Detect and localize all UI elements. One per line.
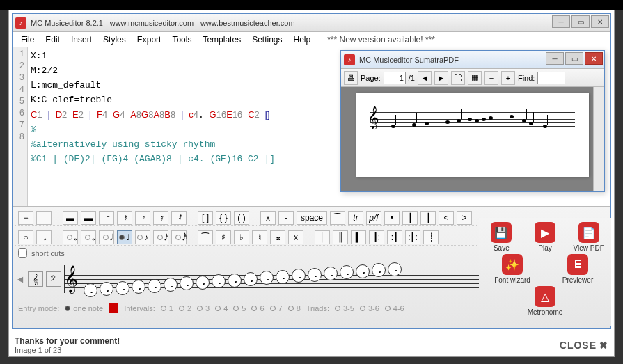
bracket-square[interactable]: [ ] xyxy=(198,211,213,225)
fit-width-icon[interactable]: ⛶ xyxy=(451,71,465,85)
staff-note-17[interactable]: 𝅘 xyxy=(356,264,370,278)
minimize-button[interactable]: ─ xyxy=(552,15,570,28)
triad-35[interactable]: 3-5 xyxy=(335,304,354,312)
staff-note-14[interactable]: 𝅘 xyxy=(308,268,322,282)
tool-decresc[interactable]: > xyxy=(457,211,472,225)
tool-barline-end[interactable]: ┃ xyxy=(420,211,436,225)
staff-note-18[interactable]: 𝅘 xyxy=(372,263,386,277)
new-version-notice[interactable]: *** New version available! *** xyxy=(322,33,441,46)
font-wizard-button[interactable]: ✨Font wizard xyxy=(493,254,532,285)
staff-note-15[interactable]: 𝅘 xyxy=(324,267,338,280)
staff-note-4[interactable]: 𝅘 xyxy=(148,279,161,293)
tool-repeat-end[interactable]: :┃ xyxy=(387,230,402,244)
zoom-in-icon[interactable]: + xyxy=(501,71,515,85)
note-quarter[interactable]: ♩ xyxy=(117,230,132,244)
next-page-icon[interactable]: ► xyxy=(434,71,448,85)
staff-note-7[interactable]: 𝅘 xyxy=(196,276,210,290)
tool-tr[interactable]: tr xyxy=(348,211,363,225)
tool-barline[interactable]: │ xyxy=(315,230,330,244)
staff-note-9[interactable]: 𝅘 xyxy=(228,274,242,287)
tool-minus[interactable]: − xyxy=(18,211,33,225)
tool-half-note-small[interactable]: 𝅗 xyxy=(36,230,52,244)
tool-slur[interactable]: ⁀ xyxy=(330,211,345,225)
menu-edit[interactable]: Edit xyxy=(40,33,65,46)
rest-eighth[interactable]: 𝄾 xyxy=(135,211,150,225)
rest-double-whole[interactable]: ▬ xyxy=(63,211,78,225)
prev-page-icon[interactable]: ◄ xyxy=(418,71,432,85)
interval-4[interactable]: 4 xyxy=(215,304,228,312)
tool-x[interactable]: x xyxy=(260,211,276,225)
pdf-scrollbar[interactable] xyxy=(593,87,604,191)
tool-repeat-both[interactable]: :┃: xyxy=(405,230,420,244)
pdf-minimize-button[interactable]: ─ xyxy=(546,52,564,65)
menu-insert[interactable]: Insert xyxy=(65,33,97,46)
rest-32nd[interactable]: 𝅀 xyxy=(171,211,187,225)
menu-help[interactable]: Help xyxy=(288,33,317,46)
rest-sixteenth[interactable]: 𝄿 xyxy=(153,211,168,225)
pdf-maximize-button[interactable]: ▭ xyxy=(565,52,583,65)
menu-styles[interactable]: Styles xyxy=(97,33,132,46)
tool-sharp[interactable]: ♯ xyxy=(216,230,231,244)
staff-note-13[interactable]: 𝅘 xyxy=(292,269,306,283)
short-cuts-checkbox[interactable] xyxy=(18,248,27,258)
staff-note-8[interactable]: 𝅘 xyxy=(212,274,226,288)
tool-dash[interactable]: - xyxy=(278,211,294,225)
staff-note-19[interactable]: 𝅘 xyxy=(388,262,402,276)
tool-barline-start[interactable]: ┃ xyxy=(402,211,418,225)
tool-x2[interactable]: x xyxy=(288,230,303,244)
staff-note-3[interactable]: 𝅘 xyxy=(132,280,145,294)
tool-final-barline[interactable]: ▌ xyxy=(351,230,366,244)
tool-dotted-bar[interactable]: ┊ xyxy=(423,230,439,244)
interval-2[interactable]: 2 xyxy=(179,304,191,312)
note-sixteenth[interactable]: 𝅘𝅥𝅯 xyxy=(153,230,168,244)
rest-quarter[interactable]: 𝄽 xyxy=(117,211,132,225)
tool-dot[interactable]: • xyxy=(384,211,400,225)
tool-whole-note-small[interactable]: ○ xyxy=(18,230,33,244)
menu-file[interactable]: File xyxy=(15,33,40,46)
entry-one-note[interactable]: one note xyxy=(65,304,103,312)
zoom-out-icon[interactable]: − xyxy=(484,71,498,85)
chevron-left-icon[interactable]: ◄ xyxy=(15,274,25,285)
interval-3[interactable]: 3 xyxy=(197,304,210,312)
view-pdf-button[interactable]: 📄View PDF xyxy=(569,222,608,253)
tool-cresc[interactable]: < xyxy=(439,211,454,225)
tool-tie[interactable]: ⁀ xyxy=(198,230,213,244)
save-button[interactable]: 💾Save xyxy=(482,222,521,253)
staff-note-10[interactable]: 𝅘 xyxy=(244,272,258,286)
tool-blank[interactable] xyxy=(36,211,52,225)
pdf-viewport[interactable]: 𝄞 xyxy=(341,87,604,191)
bracket-round[interactable]: ( ) xyxy=(234,211,249,225)
note-whole[interactable]: 𝅝 xyxy=(81,230,96,244)
interval-5[interactable]: 5 xyxy=(233,304,246,312)
bass-clef-button[interactable]: 𝄢 xyxy=(46,271,61,287)
staff-note-5[interactable]: 𝅘 xyxy=(164,278,178,292)
print-icon[interactable]: 🖶 xyxy=(344,71,358,85)
interval-6[interactable]: 6 xyxy=(251,304,264,312)
menu-tools[interactable]: Tools xyxy=(166,33,197,46)
close-button[interactable]: ✕ xyxy=(591,15,609,28)
note-double-whole[interactable]: 𝅝 xyxy=(63,230,78,244)
staff-note-12[interactable]: 𝅘 xyxy=(276,270,290,284)
note-eighth[interactable]: ♪ xyxy=(135,230,150,244)
previewer-button[interactable]: 🖥Previewer xyxy=(558,254,597,285)
tool-natural[interactable]: ♮ xyxy=(252,230,267,244)
note-32nd[interactable]: 𝅘𝅥𝅰 xyxy=(171,230,187,244)
staff-note-1[interactable]: 𝅘 xyxy=(100,282,113,296)
tool-space[interactable]: space xyxy=(297,211,327,225)
find-input[interactable] xyxy=(537,72,565,84)
maximize-button[interactable]: ▭ xyxy=(571,15,590,28)
staff-note-2[interactable]: 𝅘 xyxy=(116,281,129,295)
triad-46[interactable]: 4-6 xyxy=(385,304,404,312)
tool-repeat-start[interactable]: ┃: xyxy=(369,230,384,244)
page-input[interactable] xyxy=(384,72,406,84)
rest-whole[interactable]: ▬ xyxy=(81,211,96,225)
tool-flat[interactable]: ♭ xyxy=(234,230,249,244)
gallery-close-button[interactable]: CLOSE ✖ xyxy=(560,340,608,351)
tool-double-barline[interactable]: ║ xyxy=(333,230,348,244)
tool-dynamics[interactable]: p/f xyxy=(366,211,381,225)
fit-page-icon[interactable]: ▦ xyxy=(468,71,482,85)
play-button[interactable]: ▶Play xyxy=(526,222,565,253)
metronome-button[interactable]: △Metronome xyxy=(480,286,610,317)
triad-36[interactable]: 3-6 xyxy=(360,304,379,312)
menu-export[interactable]: Export xyxy=(132,33,167,46)
